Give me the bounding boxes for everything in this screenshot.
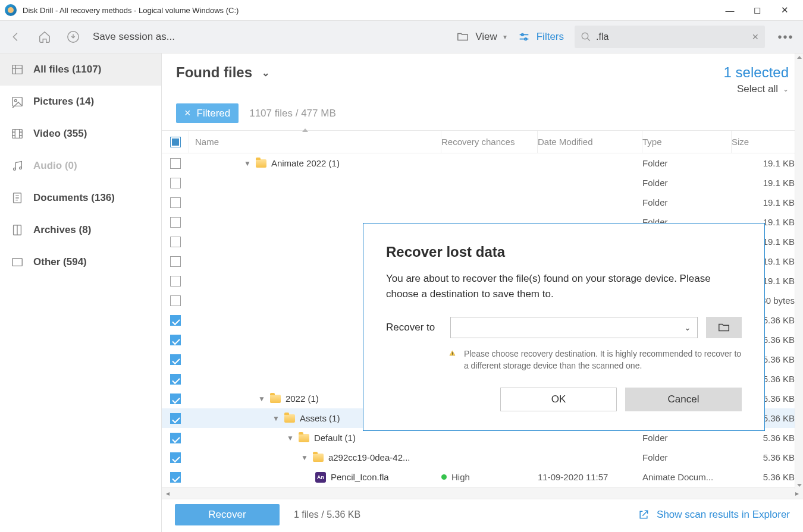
show-in-explorer-link[interactable]: Show scan results in Explorer [638, 509, 790, 521]
sidebar-item-2[interactable]: Video (355) [0, 118, 161, 150]
row-checkbox[interactable] [170, 394, 181, 404]
sidebar-item-4[interactable]: Documents (136) [0, 182, 161, 214]
more-icon[interactable]: ••• [776, 30, 796, 44]
search-input[interactable] [596, 32, 747, 42]
row-checkbox[interactable] [170, 433, 181, 443]
recover-to-select[interactable]: ⌄ [450, 317, 698, 338]
row-checkbox[interactable] [170, 217, 181, 228]
sidebar-item-1[interactable]: Pictures (14) [0, 86, 161, 118]
svg-rect-7 [12, 130, 23, 138]
recover-to-label: Recover to [386, 322, 442, 333]
filters-button[interactable]: Filters [517, 30, 564, 43]
row-name: 2022 (1) [286, 394, 319, 404]
save-session-button[interactable]: Save session as... [93, 31, 175, 43]
folder-icon [456, 30, 469, 43]
scroll-right-icon[interactable]: ▸ [791, 489, 803, 498]
table-row[interactable]: AnPencil_Icon.flaHigh11-09-2020 11:57Ani… [162, 467, 803, 487]
expand-arrow-icon[interactable]: ▼ [258, 395, 265, 403]
found-files-dropdown[interactable]: Found files ⌄ [176, 64, 269, 81]
sidebar-item-5[interactable]: Archives (8) [0, 214, 161, 246]
column-recovery[interactable]: Recovery chances [441, 131, 538, 153]
toolbar: Save session as... View ▾ Filters ✕ ••• [0, 20, 803, 53]
column-date[interactable]: Date Modified [538, 131, 642, 153]
table-row[interactable]: Folder19.1 KB [162, 193, 803, 212]
recovery-high-icon [441, 474, 447, 480]
column-name[interactable]: Name [189, 131, 441, 153]
scroll-left-icon[interactable]: ◂ [162, 489, 174, 498]
row-name: Default (1) [314, 433, 356, 443]
svg-point-9 [20, 167, 22, 169]
filter-chip[interactable]: × Filtered [176, 103, 239, 123]
table-row[interactable]: ▼a292cc19-0dea-42...Folder5.36 KB [162, 448, 803, 467]
sidebar-item-label: Audio (0) [33, 160, 77, 172]
warning-icon [449, 348, 456, 358]
maximize-button[interactable]: ◻ [744, 0, 771, 20]
titlebar: Disk Drill - All recovery methods - Logi… [0, 0, 803, 20]
expand-arrow-icon[interactable]: ▼ [272, 414, 280, 423]
recover-dialog: Recover lost data You are about to recov… [363, 223, 765, 431]
browse-button[interactable] [706, 317, 742, 338]
column-size[interactable]: Size [732, 131, 803, 153]
header-checkbox[interactable] [170, 137, 181, 147]
table-row[interactable]: ▼Default (1)Folder5.36 KB [162, 428, 803, 448]
row-type: Folder [642, 197, 732, 207]
minimize-button[interactable]: — [716, 0, 744, 20]
row-checkbox[interactable] [170, 256, 181, 267]
row-checkbox[interactable] [170, 472, 181, 483]
close-button[interactable]: ✕ [771, 0, 798, 20]
row-checkbox[interactable] [170, 197, 181, 208]
row-checkbox[interactable] [170, 276, 181, 287]
filters-label: Filters [537, 31, 564, 43]
vertical-scrollbar[interactable] [795, 53, 803, 489]
download-icon[interactable] [64, 28, 82, 46]
close-icon[interactable]: × [184, 107, 191, 119]
grid-icon [11, 63, 24, 76]
row-checkbox[interactable] [170, 374, 181, 385]
row-checkbox[interactable] [170, 413, 181, 424]
select-all-button[interactable]: Select all ⌄ [724, 83, 789, 95]
row-size: 5.36 KB [732, 433, 803, 443]
sidebar-item-label: Archives (8) [33, 224, 91, 236]
folder-icon [717, 321, 730, 334]
select-all-label: Select all [737, 83, 778, 95]
row-checkbox[interactable] [170, 237, 181, 247]
row-checkbox[interactable] [170, 354, 181, 365]
folder-icon [299, 434, 309, 442]
sidebar-item-3[interactable]: Audio (0) [0, 150, 161, 182]
search-box[interactable]: ✕ [575, 26, 765, 48]
row-recovery: High [451, 472, 470, 482]
row-size: 5.36 KB [732, 452, 803, 462]
ok-button[interactable]: OK [500, 388, 617, 411]
row-checkbox[interactable] [170, 452, 181, 463]
home-icon[interactable] [36, 28, 54, 46]
recover-button[interactable]: Recover [175, 504, 280, 525]
row-name: Pencil_Icon.fla [331, 472, 389, 482]
arch-icon [11, 223, 24, 237]
svg-point-3 [582, 33, 588, 39]
expand-arrow-icon[interactable]: ▼ [244, 159, 251, 168]
cancel-button[interactable]: Cancel [625, 388, 742, 411]
view-button[interactable]: View ▾ [456, 30, 507, 43]
column-type[interactable]: Type [642, 131, 732, 153]
sidebar-item-6[interactable]: Other (594) [0, 246, 161, 278]
row-name: Animate 2022 (1) [271, 158, 340, 168]
other-icon [11, 256, 24, 269]
expand-arrow-icon[interactable]: ▼ [287, 434, 294, 442]
back-icon[interactable] [7, 28, 25, 46]
sidebar-item-0[interactable]: All files (1107) [0, 53, 161, 86]
row-checkbox[interactable] [170, 178, 181, 188]
clear-search-icon[interactable]: ✕ [752, 32, 759, 42]
row-checkbox[interactable] [170, 158, 181, 169]
folder-icon [270, 395, 281, 403]
table-row[interactable]: Folder19.1 KB [162, 173, 803, 193]
horizontal-scrollbar[interactable]: ◂ ▸ [162, 487, 803, 499]
row-checkbox[interactable] [170, 335, 181, 345]
row-checkbox[interactable] [170, 315, 181, 326]
row-checkbox[interactable] [170, 295, 181, 306]
table-row[interactable]: ▼Animate 2022 (1)Folder19.1 KB [162, 153, 803, 173]
dialog-warning: Please choose recovery destination. It i… [464, 348, 742, 372]
sidebar-item-label: All files (1107) [33, 64, 101, 75]
expand-arrow-icon[interactable]: ▼ [301, 454, 308, 462]
chevron-down-icon: ▾ [503, 33, 507, 41]
row-type: Animate Docum... [642, 472, 732, 482]
